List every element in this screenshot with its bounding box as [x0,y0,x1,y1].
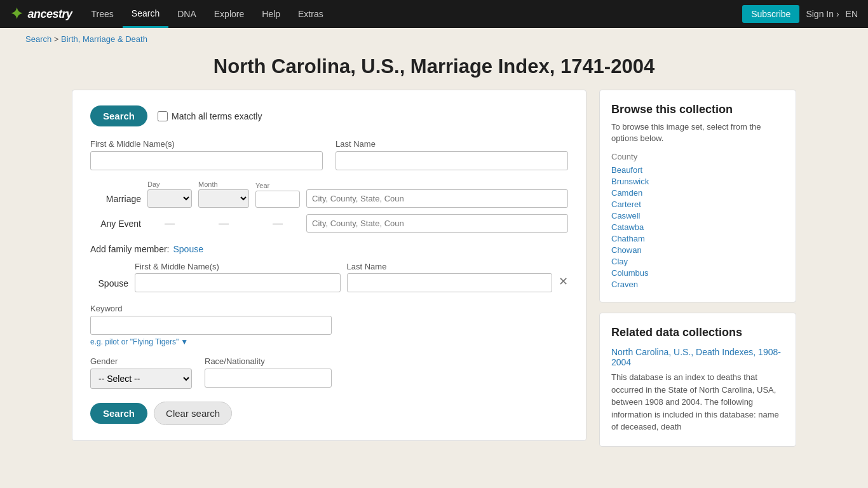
county-link[interactable]: Chatham [611,234,784,243]
nav-explore[interactable]: Explore [205,0,253,28]
race-input[interactable] [205,369,332,388]
race-label: Race/Nationality [205,356,332,366]
spouse-link[interactable]: Spouse [173,244,203,254]
nav-trees[interactable]: Trees [83,0,123,28]
gender-select[interactable]: -- Select -- Male Female [90,369,192,389]
browse-panel: Browse this collection To browse this im… [599,90,796,302]
marriage-day-group: Day [147,180,192,208]
search-panel: Search Match all terms exactly First & M… [72,90,587,441]
top-navigation: ✦ ancestry Trees Search DNA Explore Help… [0,0,868,28]
any-event-label: Any Event [90,219,141,229]
marriage-month-select[interactable] [198,189,249,208]
spouse-last-group: Last Name [347,262,553,292]
match-exactly-label[interactable]: Match all terms exactly [158,111,262,121]
spouse-first-label: First & Middle Name(s) [135,262,341,271]
first-name-input[interactable] [90,151,323,170]
browse-description: To browse this image set, select from th… [611,121,784,144]
first-name-group: First & Middle Name(s) [90,139,323,170]
county-link[interactable]: Beaufort [611,165,784,175]
any-event-dash-2: — [198,218,249,229]
first-name-label: First & Middle Name(s) [90,139,323,149]
browse-title: Browse this collection [611,103,784,116]
marriage-year-label: Year [255,182,300,189]
related-link[interactable]: North Carolina, U.S., Death Indexes, 190… [611,347,784,367]
bottom-fields-row: Gender -- Select -- Male Female Race/Nat… [90,356,568,389]
county-link[interactable]: Brunswick [611,177,784,186]
marriage-year-input[interactable] [255,191,300,208]
marriage-month-label: Month [198,180,249,188]
logo[interactable]: ✦ ancestry [10,5,72,23]
any-event-dash-1: — [147,218,192,229]
county-link[interactable]: Catawba [611,222,784,232]
breadcrumb: Search > Birth, Marriage & Death [0,28,868,50]
county-list: BeaufortBrunswickCamdenCarteretCaswellCa… [611,165,784,289]
marriage-day-label: Day [147,180,192,188]
race-group: Race/Nationality [205,356,332,389]
signin-button[interactable]: Sign In › [806,9,839,19]
nav-help[interactable]: Help [253,0,289,28]
spouse-first-group: First & Middle Name(s) [135,262,341,292]
search-button-bottom[interactable]: Search [90,403,147,424]
nav-search[interactable]: Search [123,0,168,28]
related-description: This database is an index to deaths that… [611,371,784,433]
page-title-wrap: North Carolina, U.S., Marriage Index, 17… [0,50,868,90]
breadcrumb-search-link[interactable]: Search [25,34,51,44]
spouse-last-input[interactable] [347,273,553,292]
marriage-location-input[interactable] [306,189,568,208]
spouse-first-input[interactable] [135,273,341,292]
logo-text: ancestry [28,8,72,21]
last-name-label: Last Name [336,139,568,149]
keyword-label: Keyword [90,304,568,313]
add-family-row: Add family member: Spouse [90,244,568,254]
gender-label: Gender [90,356,192,366]
marriage-event-row: Marriage Day Month Year [90,180,568,208]
marriage-event-label: Marriage [90,194,141,208]
related-title: Related data collections [611,326,784,339]
subscribe-button[interactable]: Subscribe [742,5,799,23]
any-event-location-group [306,214,568,233]
leaf-icon: ✦ [10,5,23,23]
spouse-remove-button[interactable]: ✕ [559,274,568,292]
nav-dna[interactable]: DNA [168,0,205,28]
county-link[interactable]: Camden [611,188,784,198]
county-link[interactable]: Columbus [611,268,784,278]
keyword-section: Keyword e.g. pilot or "Flying Tigers" ▼ [90,304,568,346]
keyword-hint-row[interactable]: e.g. pilot or "Flying Tigers" ▼ [90,337,568,346]
any-event-location-input[interactable] [306,214,568,233]
any-event-row: Any Event — — — [90,214,568,233]
last-name-input[interactable] [336,151,568,170]
county-link[interactable]: Caswell [611,211,784,220]
county-link[interactable]: Clay [611,257,784,266]
breadcrumb-separator: > [54,34,61,44]
any-event-dash-3: — [255,218,300,229]
search-button-top[interactable]: Search [90,105,147,126]
marriage-location-group [306,189,568,208]
bottom-buttons: Search Clear search [90,402,568,425]
breadcrumb-category-link[interactable]: Birth, Marriage & Death [61,34,147,44]
right-sidebar: Browse this collection To browse this im… [599,90,796,447]
spouse-row-label: Spouse [90,278,128,292]
clear-search-button[interactable]: Clear search [154,402,232,425]
nav-links: Trees Search DNA Explore Help Extras [83,0,743,28]
search-top-row: Search Match all terms exactly [90,105,568,126]
spouse-row: Spouse First & Middle Name(s) Last Name … [90,262,568,292]
name-fields-row: First & Middle Name(s) Last Name [90,139,568,170]
marriage-month-group: Month [198,180,249,208]
marriage-day-select[interactable] [147,189,192,208]
language-selector[interactable]: EN [846,9,858,19]
marriage-year-group: Year [255,182,300,208]
county-label: County [611,152,784,161]
nav-right: Subscribe Sign In › EN [742,5,858,23]
add-family-label: Add family member: [90,244,169,254]
spouse-last-label: Last Name [347,262,553,271]
county-link[interactable]: Chowan [611,245,784,255]
keyword-input[interactable] [90,316,332,335]
keyword-hint-chevron: ▼ [180,337,188,346]
related-panel: Related data collections North Carolina,… [599,313,796,447]
county-link[interactable]: Craven [611,280,784,289]
county-link[interactable]: Carteret [611,200,784,209]
main-layout: Search Match all terms exactly First & M… [59,90,809,472]
gender-group: Gender -- Select -- Male Female [90,356,192,389]
nav-extras[interactable]: Extras [289,0,332,28]
match-exactly-checkbox[interactable] [158,111,168,121]
